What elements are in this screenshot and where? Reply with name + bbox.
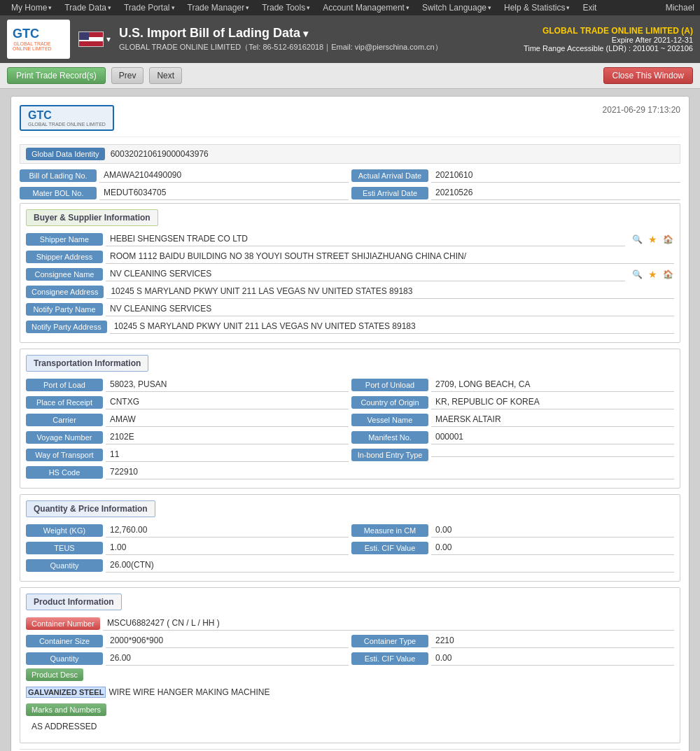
product-desc-row: Product Desc (26, 668, 674, 681)
mater-bol-row: Mater BOL No. MEDUT6034705 Esti Arrival … (20, 185, 680, 200)
product-desc-button[interactable]: Product Desc (26, 668, 83, 681)
nav-help-statistics[interactable]: Help & Statistics ▾ (498, 1, 575, 14)
main-content: GTC GLOBAL TRADE ONLINE LIMITED 2021-06-… (0, 89, 700, 751)
top-navigation: My Home ▾ Trade Data ▾ Trade Portal ▾ Tr… (0, 0, 700, 15)
search-icon[interactable]: 🔍 (631, 268, 643, 281)
container-size-label: Container Size (26, 635, 103, 647)
nav-trade-manager[interactable]: Trade Manager ▾ (182, 1, 255, 14)
nav-account-management[interactable]: Account Management ▾ (317, 1, 415, 14)
port-of-unload-value: 2709, LONG BEACH, CA (431, 377, 674, 392)
consignee-name-value: NV CLEANING SERVICES (106, 267, 625, 281)
shipper-name-icons: 🔍 ★ 🏠 (631, 233, 674, 246)
next-button[interactable]: Next (149, 67, 182, 84)
hs-code-value: 722910 (106, 465, 674, 479)
vessel-name-label: Vessel Name (351, 414, 428, 426)
transport-section: Transportation Information Port of Load … (20, 349, 680, 489)
close-window-button[interactable]: Close This Window (603, 67, 693, 84)
notify-party-address-value: 10245 S MARYLAND PKWY UNIT 211 LAS VEGAS… (110, 319, 674, 334)
mater-bol-value: MEDUT6034705 (99, 185, 349, 200)
nav-switch-language[interactable]: Switch Language ▾ (416, 1, 497, 14)
measure-in-cm-value: 0.00 (431, 523, 674, 538)
notify-party-name-row: Notify Party Name NV CLEANING SERVICES (26, 302, 674, 316)
notify-party-name-value: NV CLEANING SERVICES (106, 302, 674, 316)
container-type-label: Container Type (351, 635, 428, 647)
shipper-address-row: Shipper Address ROOM 1112 BAIDU BUILDING… (26, 249, 674, 264)
voyage-number-label: Voyage Number (26, 431, 103, 444)
receipt-country-row: Place of Receipt CNTXG Country of Origin… (26, 395, 674, 409)
nav-trade-tools[interactable]: Trade Tools ▾ (256, 1, 316, 14)
document-timestamp: 2021-06-29 17:13:20 (603, 105, 680, 115)
product-desc-content-row: GALVANIZED STEEL WIRE WIRE HANGER MAKING… (26, 684, 674, 701)
header-title-area: U.S. Import Bill of Lading Data ▾ GLOBAL… (119, 26, 515, 52)
doc-logo: GTC GLOBAL TRADE ONLINE LIMITED (20, 105, 114, 131)
nav-trade-data[interactable]: Trade Data ▾ (59, 1, 117, 14)
nav-trade-portal[interactable]: Trade Portal ▾ (118, 1, 181, 14)
prod-esti-cif-value: 0.00 (431, 651, 674, 666)
measure-in-cm-label: Measure in CM (351, 524, 428, 537)
print-button[interactable]: Print Trade Record(s) (7, 67, 106, 84)
page-title: U.S. Import Bill of Lading Data ▾ (119, 26, 515, 41)
marks-value: AS ADDRESSED (31, 722, 97, 731)
prev-button[interactable]: Prev (111, 67, 144, 84)
voyage-number-value: 2102E (106, 430, 349, 444)
nav-exit[interactable]: Exit (577, 1, 602, 14)
chevron-down-icon: ▾ (246, 4, 249, 11)
way-of-transport-value: 11 (106, 447, 349, 462)
container-number-value: MSCU6882427 ( CN / L / HH ) (103, 616, 674, 631)
container-size-type-row: Container Size 2000*906*900 Container Ty… (26, 633, 674, 648)
company-logo: GTC GLOBAL TRADEONLINE LIMITED (7, 20, 70, 59)
chevron-down-icon: ▾ (488, 4, 491, 11)
notify-party-address-label: Notify Party Address (26, 321, 107, 333)
consignee-address-value: 10245 S MARYLAND PKWY UNIT 211 LAS VEGAS… (106, 284, 674, 299)
expire-date: Expire After 2021-12-31 (524, 36, 693, 44)
global-data-identity-row: Global Data Identity 6003202106190000439… (20, 144, 680, 164)
notify-party-address-row: Notify Party Address 10245 S MARYLAND PK… (26, 319, 674, 334)
port-of-unload-label: Port of Unload (351, 379, 428, 391)
flag-selector[interactable]: ▾ (78, 31, 111, 47)
carrier-value: AMAW (106, 412, 349, 427)
place-of-receipt-label: Place of Receipt (26, 396, 103, 409)
home-icon[interactable]: 🏠 (662, 233, 674, 246)
consignee-name-icons: 🔍 ★ 🏠 (631, 268, 674, 281)
actual-arrival-date-label: Actual Arrival Date (351, 169, 428, 182)
chevron-down-icon: ▾ (307, 4, 310, 11)
search-icon[interactable]: 🔍 (631, 233, 643, 246)
carrier-label: Carrier (26, 414, 103, 426)
place-of-receipt-value: CNTXG (106, 395, 349, 409)
port-of-load-value: 58023, PUSAN (106, 377, 349, 392)
shipper-name-value: HEBEI SHENGSEN TRADE CO LTD (106, 232, 625, 246)
account-info: GLOBAL TRADE ONLINE LIMITED (A) Expire A… (524, 26, 693, 52)
consignee-name-row: Consignee Name NV CLEANING SERVICES 🔍 ★ … (26, 267, 674, 281)
consignee-name-label: Consignee Name (26, 268, 103, 281)
notify-party-name-label: Notify Party Name (26, 303, 103, 316)
vessel-name-value: MAERSK ALTAIR (431, 412, 674, 427)
chevron-down-icon: ▾ (106, 34, 111, 44)
product-desc-rest: WIRE WIRE HANGER MAKING MACHINE (108, 687, 270, 697)
quantity-value: 26.00(CTN) (106, 558, 674, 573)
favorite-icon[interactable]: ★ (646, 233, 659, 246)
marks-numbers-button[interactable]: Marks and Numbers (26, 703, 106, 716)
chevron-down-icon: ▾ (48, 4, 52, 11)
container-number-button[interactable]: Container Number (26, 617, 100, 630)
global-data-identity-value: 600320210619000043976 (111, 149, 209, 159)
teus-label: TEUS (26, 542, 103, 554)
marks-numbers-row: Marks and Numbers (26, 703, 674, 716)
time-range: Time Range Accessible (LDR) : 201001 ~ 2… (524, 44, 693, 52)
home-icon[interactable]: 🏠 (662, 268, 674, 281)
document-card: GTC GLOBAL TRADE ONLINE LIMITED 2021-06-… (10, 96, 690, 751)
transport-inbond-row: Way of Transport 11 In-bond Entry Type (26, 447, 674, 462)
quantity-title: Quantity & Price Information (26, 500, 155, 517)
header-bar: GTC GLOBAL TRADEONLINE LIMITED ▾ U.S. Im… (0, 15, 700, 63)
port-row: Port of Load 58023, PUSAN Port of Unload… (26, 377, 674, 392)
product-section: Product Information Container Number MSC… (20, 587, 680, 743)
buyer-supplier-section: Buyer & Supplier Information Shipper Nam… (20, 203, 680, 343)
weight-value: 12,760.00 (106, 523, 349, 538)
company-name: GLOBAL TRADE ONLINE LIMITED (A) (524, 26, 693, 36)
favorite-icon[interactable]: ★ (646, 268, 659, 281)
shipper-address-value: ROOM 1112 BAIDU BUILDING NO 38 YOUYI SOU… (106, 249, 674, 264)
mater-bol-label: Mater BOL No. (20, 187, 97, 199)
carrier-vessel-row: Carrier AMAW Vessel Name MAERSK ALTAIR (26, 412, 674, 427)
chevron-down-icon: ▾ (566, 4, 570, 11)
nav-my-home[interactable]: My Home ▾ (6, 1, 57, 14)
voyage-manifest-row: Voyage Number 2102E Manifest No. 000001 (26, 430, 674, 444)
